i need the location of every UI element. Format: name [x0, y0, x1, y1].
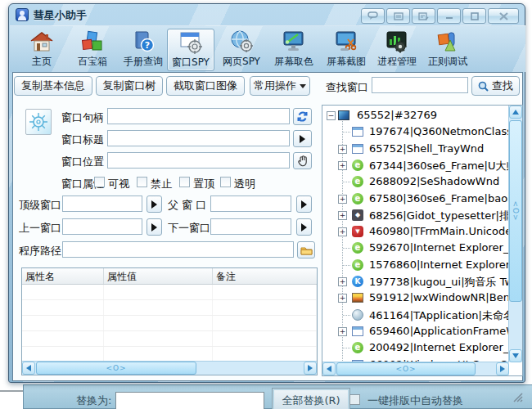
next-window-input[interactable] — [210, 218, 291, 235]
spy-crosshair-button[interactable] — [25, 109, 52, 135]
tree-item-label[interactable]: 67344|360se6_Frame|U大师 — [369, 159, 509, 173]
find-window-input[interactable] — [372, 77, 468, 93]
scroll-up-button[interactable] — [509, 106, 522, 119]
top-window-input[interactable] — [62, 196, 142, 212]
tree-item-label[interactable]: 1576860|Internet Explorer_ — [369, 258, 509, 271]
drag-hand-button[interactable] — [293, 152, 312, 169]
toolbar-item-regex[interactable]: 正则调试 — [424, 29, 471, 71]
disabled-checkbox[interactable] — [137, 177, 147, 187]
tree-item[interactable]: +65752|Shell_TrayWnd — [322, 141, 509, 157]
window-handle-input[interactable] — [107, 108, 290, 124]
window-position-input[interactable] — [107, 152, 290, 169]
window-edit-button[interactable] — [412, 8, 435, 24]
topmost-checkbox[interactable] — [179, 177, 190, 187]
feedback-bubble-button[interactable] — [361, 8, 385, 24]
col-attr-value[interactable]: 属性值 — [104, 268, 213, 284]
tree-item-label[interactable]: 460980|TFrmMain.UnicodeC — [369, 225, 509, 237]
copy-basic-info-button[interactable]: 复制基本信息 — [14, 76, 92, 96]
title-more-button[interactable] — [293, 130, 312, 147]
tree-item-label[interactable]: 65552|#32769 — [357, 109, 437, 121]
tree-item[interactable]: +◆68256|Gidot_typesetter|排版 — [322, 207, 509, 223]
parent-window-input[interactable] — [210, 196, 291, 212]
prev-window-go-button[interactable] — [147, 218, 162, 236]
table-hscrollbar[interactable]: <O> — [22, 361, 317, 375]
scroll-right-button[interactable] — [496, 362, 509, 375]
close-button[interactable] — [488, 8, 519, 24]
tree-item[interactable]: +▼460980|TFrmMain.UnicodeC — [322, 223, 509, 240]
tree-item-label[interactable]: 67580|360se6_Frame|baoku — [369, 192, 509, 204]
resize-grip-icon[interactable] — [511, 390, 524, 403]
replace-with-input[interactable] — [115, 392, 264, 409]
copy-window-tree-button[interactable]: 复制窗口树 — [96, 76, 163, 96]
toolbar-item-process[interactable]: 进程管理 — [373, 29, 421, 71]
window-title-input[interactable] — [107, 130, 290, 146]
tree-item-label[interactable]: 65752|Shell_TrayWnd — [369, 142, 484, 155]
tree-vscrollbar[interactable]: <O> — [508, 106, 522, 362]
tree-hscrollbar[interactable]: <O> — [322, 362, 509, 375]
tree-item-label[interactable]: 591912|wxWindowNR|BenV — [369, 291, 509, 303]
top-window-go-button[interactable] — [147, 196, 162, 213]
transparent-checkbox[interactable] — [220, 177, 231, 187]
refresh-button[interactable] — [293, 108, 312, 125]
common-operations-dropdown[interactable]: 常用操作 — [250, 76, 310, 96]
tree-item[interactable]: e200492|Internet Explorer_H — [322, 339, 509, 356]
toolbar-item-window-spy[interactable]: 窗口SPY — [167, 29, 214, 71]
tree-item[interactable]: −65552|#32769 — [322, 107, 509, 124]
auto-replace-checkbox[interactable] — [349, 394, 360, 405]
minimize-button[interactable] — [437, 8, 461, 24]
tree-item[interactable]: +591912|wxWindowNR|BenV — [322, 290, 509, 306]
scroll-right-button[interactable] — [304, 362, 317, 375]
plus-expander-icon[interactable]: + — [338, 195, 347, 204]
vscroll-thumb[interactable]: <O> — [509, 120, 522, 302]
col-attr-name[interactable]: 属性名 — [22, 268, 104, 284]
plus-expander-icon[interactable]: + — [338, 161, 347, 170]
capture-window-image-button[interactable]: 截取窗口图像 — [166, 76, 245, 96]
tree-item-label[interactable]: 68256|Gidot_typesetter|排版 — [369, 209, 509, 223]
tree-item[interactable]: +e67580|360se6_Frame|baoku — [322, 191, 509, 207]
visible-checkbox[interactable] — [94, 177, 105, 187]
tree-item-label[interactable]: 200492|Internet Explorer_H — [369, 341, 509, 353]
plus-expander-icon[interactable]: + — [338, 327, 347, 336]
toolbar-item-screenshot[interactable]: 屏幕截图 — [322, 29, 370, 71]
maximize-button[interactable] — [462, 8, 486, 24]
tree-item-label[interactable]: 659460|ApplicationFrameW — [369, 325, 509, 337]
find-button[interactable]: 查找 — [471, 76, 520, 96]
tree-item-label[interactable]: 197674|Q360NetmonClass — [369, 125, 509, 137]
plus-expander-icon[interactable]: + — [338, 277, 347, 286]
minus-expander-icon[interactable]: − — [327, 111, 336, 120]
tree-item-label[interactable]: 461164|TApplication|未命名 — [369, 308, 509, 323]
toolbar-item-manual[interactable]: ? 手册查询 — [119, 29, 167, 71]
plus-expander-icon[interactable]: + — [338, 227, 347, 236]
toolbar-item-home[interactable]: 主页 — [18, 29, 65, 71]
tree-item[interactable]: e1576860|Internet Explorer_ — [322, 257, 509, 273]
tree-item[interactable]: 461164|TApplication|未命名 — [322, 307, 509, 323]
toolbar-item-color-picker[interactable]: 屏幕取色 — [270, 29, 318, 71]
tree-item-label[interactable]: 592670|Internet Explorer_H — [369, 241, 509, 254]
hscroll-thumb[interactable]: <O> — [336, 362, 476, 375]
tree-item[interactable]: e2688092|SeShadowWnd — [322, 173, 509, 190]
tree-item[interactable]: +659460|ApplicationFrameW — [322, 323, 509, 339]
plus-expander-icon[interactable]: + — [338, 145, 347, 154]
col-remark[interactable]: 备注 — [213, 268, 317, 284]
tree-item[interactable]: +e67344|360se6_Frame|U大师 — [322, 157, 509, 173]
titlebar[interactable]: 彗星小助手 — [9, 4, 525, 25]
program-path-input[interactable] — [62, 241, 294, 258]
tree-item-label[interactable]: 2688092|SeShadowWnd — [369, 175, 499, 187]
parent-window-go-button[interactable] — [296, 196, 312, 213]
tree-item[interactable]: 197674|Q360NetmonClass — [322, 124, 509, 140]
toolbar-item-web-spy[interactable]: 网页SPY — [218, 29, 265, 71]
tree-item[interactable]: e592670|Internet Explorer_H — [322, 240, 509, 256]
toolbar-item-toolbox[interactable]: 百宝箱 — [69, 29, 116, 71]
tree-item-label[interactable]: 197738|kugou_ui|狗音乐 Tw — [369, 275, 509, 290]
plus-expander-icon[interactable]: + — [338, 294, 347, 303]
browse-folder-button[interactable] — [297, 241, 315, 258]
scroll-left-button[interactable] — [322, 362, 336, 375]
tree-item[interactable]: +K197738|kugou_ui|狗音乐 Tw — [322, 273, 509, 290]
scroll-down-button[interactable] — [509, 349, 522, 362]
prev-window-input[interactable] — [62, 218, 142, 235]
next-window-go-button[interactable] — [296, 218, 312, 236]
plus-expander-icon[interactable]: + — [338, 211, 347, 220]
hscroll-thumb[interactable]: <O> — [36, 362, 196, 375]
scroll-left-button[interactable] — [22, 362, 35, 375]
replace-all-button[interactable]: 全部替换(R) — [272, 388, 350, 409]
